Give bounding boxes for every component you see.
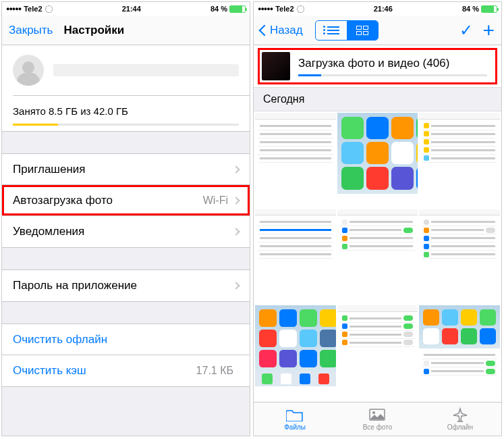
photo-grid bbox=[254, 111, 501, 402]
settings-screen: ●●●●● Tele2 21:44 84 % Закрыть Настройки… bbox=[1, 1, 250, 436]
row-value: 17.1 КБ bbox=[196, 365, 233, 377]
add-button[interactable]: + bbox=[482, 19, 495, 42]
profile-row[interactable] bbox=[2, 45, 250, 95]
signal-dots: ●●●●● bbox=[258, 5, 273, 12]
battery-percent: 84 % bbox=[211, 5, 227, 13]
profile-name-placeholder bbox=[53, 64, 239, 76]
carrier-label: Tele2 bbox=[24, 5, 42, 13]
signal-dots: ●●●●● bbox=[6, 5, 21, 12]
loading-spinner-icon bbox=[297, 5, 304, 13]
notifications-row[interactable]: Уведомления bbox=[2, 216, 250, 247]
chevron-right-icon bbox=[232, 228, 240, 235]
page-title: Настройки bbox=[63, 24, 124, 37]
battery-percent: 84 % bbox=[462, 5, 479, 13]
row-value: Wi-Fi bbox=[203, 195, 228, 207]
row-label: Очистить офлайн bbox=[13, 333, 239, 346]
tab-label: Офлайн bbox=[447, 423, 473, 431]
row-label: Приглашения bbox=[13, 163, 233, 176]
upload-text: Загрузка фото и видео (406) bbox=[298, 57, 487, 70]
screenshot-thumbnail[interactable] bbox=[255, 113, 336, 194]
tab-bar: Файлы Все фото Офлайн bbox=[254, 402, 501, 436]
screenshot-thumbnail[interactable] bbox=[337, 113, 418, 194]
clock: 21:46 bbox=[374, 5, 393, 13]
chevron-right-icon bbox=[232, 165, 240, 173]
screenshot-thumbnail[interactable] bbox=[255, 305, 336, 386]
carrier-label: Tele2 bbox=[275, 5, 293, 13]
row-label: Автозагрузка фото bbox=[13, 194, 203, 207]
chevron-right-icon bbox=[232, 197, 240, 204]
select-button[interactable]: ✓ bbox=[459, 21, 473, 40]
nav-bar: Назад ✓ + bbox=[254, 16, 501, 45]
upload-thumbnail bbox=[262, 52, 290, 80]
chevron-left-icon bbox=[259, 24, 271, 36]
upload-banner[interactable]: Загрузка фото и видео (406) bbox=[254, 45, 501, 88]
battery-icon bbox=[481, 5, 497, 13]
tab-files[interactable]: Файлы bbox=[254, 403, 336, 436]
clock: 21:44 bbox=[122, 5, 141, 13]
close-button[interactable]: Закрыть bbox=[9, 24, 53, 37]
storage-bar bbox=[13, 124, 239, 126]
status-bar: ●●●●● Tele2 21:44 84 % bbox=[2, 2, 250, 16]
svg-point-1 bbox=[372, 411, 375, 414]
avatar bbox=[13, 55, 44, 86]
back-label: Назад bbox=[270, 24, 303, 37]
screenshot-thumbnail[interactable] bbox=[337, 305, 418, 386]
grid-view-button[interactable] bbox=[347, 21, 378, 40]
autoupload-row[interactable]: Автозагрузка фото Wi-Fi bbox=[2, 185, 250, 216]
list-view-button[interactable] bbox=[316, 21, 347, 40]
tab-all-photos[interactable]: Все фото bbox=[336, 403, 418, 436]
upload-progress-bar bbox=[298, 74, 487, 76]
nav-bar: Закрыть Настройки bbox=[2, 16, 250, 45]
view-toggle bbox=[315, 20, 379, 41]
status-bar: ●●●●● Tele2 21:46 84 % bbox=[254, 2, 501, 16]
storage-text: Занято 8.5 ГБ из 42.0 ГБ bbox=[13, 105, 239, 117]
screenshot-thumbnail[interactable] bbox=[255, 209, 336, 290]
tab-label: Все фото bbox=[363, 423, 393, 431]
loading-spinner-icon bbox=[45, 5, 53, 13]
battery-icon bbox=[229, 5, 246, 13]
photo-icon bbox=[368, 407, 386, 422]
section-header: Сегодня bbox=[254, 88, 501, 111]
screenshot-thumbnail[interactable] bbox=[419, 305, 500, 386]
files-screen: ●●●●● Tele2 21:46 84 % Назад bbox=[253, 1, 502, 436]
row-label: Уведомления bbox=[13, 225, 233, 238]
clear-offline-row[interactable]: Очистить офлайн bbox=[2, 324, 250, 355]
tab-label: Файлы bbox=[284, 423, 306, 431]
folder-icon bbox=[286, 407, 304, 422]
tab-offline[interactable]: Офлайн bbox=[419, 403, 501, 436]
row-label: Пароль на приложение bbox=[13, 279, 233, 292]
screenshot-thumbnail[interactable] bbox=[419, 209, 500, 290]
chevron-right-icon bbox=[232, 282, 240, 289]
clear-cache-row[interactable]: Очистить кэш 17.1 КБ bbox=[2, 355, 250, 386]
storage-row: Занято 8.5 ГБ из 42.0 ГБ bbox=[2, 96, 250, 131]
airplane-icon bbox=[451, 407, 469, 422]
app-password-row[interactable]: Пароль на приложение bbox=[2, 270, 250, 301]
screenshot-thumbnail[interactable] bbox=[337, 209, 418, 290]
screenshot-thumbnail[interactable] bbox=[419, 113, 500, 194]
back-button[interactable]: Назад bbox=[260, 24, 303, 37]
invitations-row[interactable]: Приглашения bbox=[2, 154, 250, 185]
row-label: Очистить кэш bbox=[13, 364, 196, 378]
